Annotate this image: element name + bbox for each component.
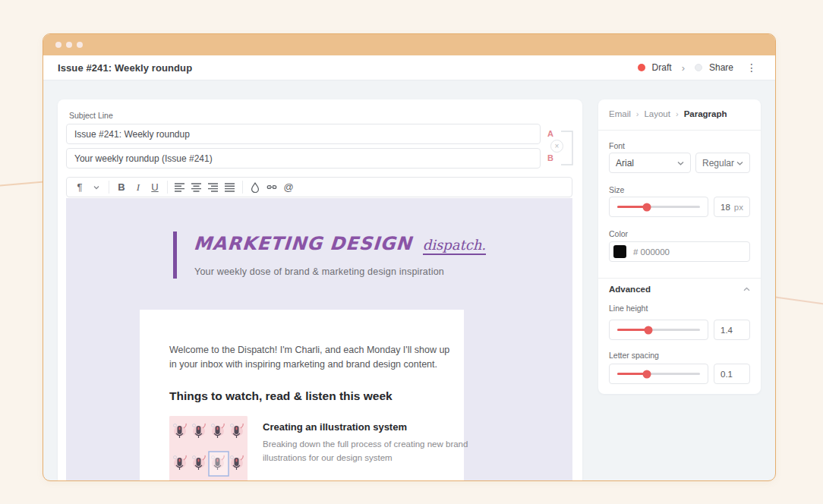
line-height-slider[interactable] bbox=[609, 320, 708, 340]
welcome-paragraph[interactable]: Welcome to the Dispatch! I'm Charli, and… bbox=[169, 343, 452, 372]
breadcrumb-paragraph: Paragraph bbox=[684, 109, 727, 118]
email-editor-card: Subject Line A B × ¶ B I U bbox=[58, 99, 582, 481]
inspector-panel: Email › Layout › Paragraph Font Arial Re… bbox=[598, 99, 761, 394]
titlebar: Issue #241: Weekly roundup Draft › Share… bbox=[43, 55, 775, 80]
font-size-value-box[interactable]: 18 px bbox=[714, 197, 750, 217]
bold-icon[interactable]: B bbox=[113, 179, 130, 195]
chevron-right-icon: › bbox=[676, 109, 679, 118]
divider bbox=[598, 130, 761, 131]
toolbar-separator bbox=[109, 181, 109, 194]
font-family-select[interactable]: Arial bbox=[609, 153, 691, 173]
color-label: Color bbox=[609, 229, 628, 238]
size-label: Size bbox=[609, 185, 624, 194]
share-button[interactable]: Share bbox=[709, 62, 733, 73]
variant-a-badge: A bbox=[547, 129, 553, 138]
slider-handle[interactable] bbox=[645, 326, 653, 334]
font-size-value: 18 bbox=[721, 203, 730, 212]
align-left-icon[interactable] bbox=[172, 179, 188, 195]
chevron-right-icon[interactable]: › bbox=[679, 62, 688, 74]
window-control-dot[interactable] bbox=[66, 42, 72, 48]
line-height-label: Line height bbox=[609, 304, 648, 313]
chevron-up-icon bbox=[743, 287, 750, 291]
letter-spacing-slider[interactable] bbox=[609, 364, 708, 384]
section-heading[interactable]: Things to watch, read & listen this week bbox=[169, 389, 393, 403]
brand-logo-script: dispatch. bbox=[423, 237, 486, 255]
font-label: Font bbox=[609, 141, 625, 150]
align-right-icon[interactable] bbox=[205, 179, 222, 195]
email-body[interactable]: Welcome to the Dispatch! I'm Charli, and… bbox=[140, 310, 464, 481]
window-header bbox=[43, 34, 775, 55]
font-weight-select[interactable]: Regular bbox=[695, 153, 750, 173]
chevron-right-icon: › bbox=[636, 109, 639, 118]
toolbar-separator bbox=[242, 181, 243, 194]
document-title: Issue #241: Weekly roundup bbox=[58, 62, 192, 74]
align-justify-icon[interactable] bbox=[222, 179, 238, 195]
font-size-slider[interactable] bbox=[609, 197, 708, 217]
breadcrumb-email[interactable]: Email bbox=[609, 109, 631, 118]
subject-input-a[interactable] bbox=[66, 124, 541, 144]
advanced-section-toggle[interactable]: Advanced bbox=[609, 285, 750, 294]
advanced-label: Advanced bbox=[609, 285, 651, 294]
font-size-unit: px bbox=[734, 203, 743, 212]
color-hex-value: # 000000 bbox=[633, 247, 670, 257]
text-color-icon[interactable] bbox=[247, 179, 263, 195]
toolbar-separator bbox=[167, 181, 168, 194]
content-item[interactable]: Creating an illustration system Breaking… bbox=[169, 416, 498, 481]
slider-handle[interactable] bbox=[643, 370, 651, 378]
background-decor-line bbox=[0, 181, 44, 186]
chevron-down-icon[interactable] bbox=[88, 179, 105, 195]
window-control-dot[interactable] bbox=[77, 42, 83, 48]
align-center-icon[interactable] bbox=[188, 179, 205, 195]
illustration-thumbnail bbox=[169, 416, 248, 481]
slider-handle[interactable] bbox=[643, 203, 651, 211]
brand-tagline: Your weekly dose of brand & marketing de… bbox=[194, 266, 444, 277]
font-weight-value: Regular bbox=[702, 158, 734, 169]
app-window: Issue #241: Weekly roundup Draft › Share… bbox=[43, 33, 776, 481]
draft-status-label: Draft bbox=[652, 62, 672, 73]
item-title[interactable]: Creating an illustration system bbox=[263, 421, 498, 433]
subject-line-label: Subject Line bbox=[69, 111, 113, 120]
breadcrumb: Email › Layout › Paragraph bbox=[609, 109, 727, 118]
variant-b-badge: B bbox=[547, 153, 553, 162]
underline-icon[interactable]: U bbox=[147, 179, 163, 195]
color-swatch[interactable] bbox=[613, 245, 626, 258]
more-options-icon[interactable]: ⋮ bbox=[740, 61, 758, 74]
divider bbox=[598, 278, 761, 279]
letter-spacing-label: Letter spacing bbox=[609, 351, 659, 360]
chevron-down-icon bbox=[736, 161, 743, 165]
subject-input-b[interactable] bbox=[66, 148, 541, 169]
background-decor-line bbox=[775, 296, 823, 304]
window-control-dot[interactable] bbox=[55, 42, 61, 48]
link-icon[interactable] bbox=[263, 179, 280, 195]
letter-spacing-value: 0.1 bbox=[721, 370, 733, 379]
letter-spacing-value-box[interactable]: 0.1 bbox=[714, 364, 750, 384]
remove-ab-test-button[interactable]: × bbox=[550, 140, 563, 153]
line-height-value: 1.4 bbox=[721, 326, 733, 335]
italic-icon[interactable]: I bbox=[130, 179, 147, 195]
paragraph-style-icon[interactable]: ¶ bbox=[71, 179, 88, 195]
share-status-dot bbox=[695, 64, 702, 71]
email-preview-canvas[interactable]: MARKETING DESIGN dispatch. Your weekly d… bbox=[66, 198, 572, 481]
mention-icon[interactable]: @ bbox=[280, 179, 297, 195]
draft-status-dot bbox=[638, 64, 645, 71]
line-height-value-box[interactable]: 1.4 bbox=[714, 320, 750, 340]
breadcrumb-layout[interactable]: Layout bbox=[644, 109, 670, 118]
font-family-value: Arial bbox=[616, 158, 634, 169]
color-picker-field[interactable]: # 000000 bbox=[609, 241, 750, 262]
brand-logo-title: MARKETING DESIGN bbox=[193, 233, 413, 254]
chevron-down-icon bbox=[677, 161, 684, 165]
formatting-toolbar: ¶ B I U bbox=[66, 177, 572, 197]
brand-accent-bar bbox=[173, 232, 177, 279]
item-description: Breaking down the full process of creati… bbox=[263, 438, 498, 465]
